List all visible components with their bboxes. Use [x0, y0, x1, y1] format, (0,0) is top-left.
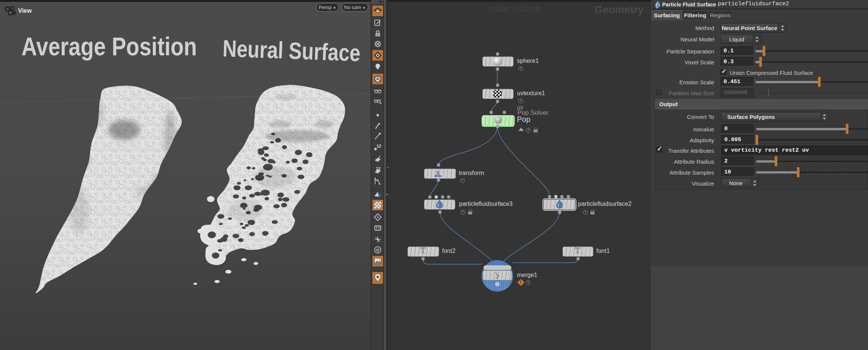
svg-text:12: 12	[376, 166, 380, 171]
svg-text:12: 12	[377, 144, 381, 148]
